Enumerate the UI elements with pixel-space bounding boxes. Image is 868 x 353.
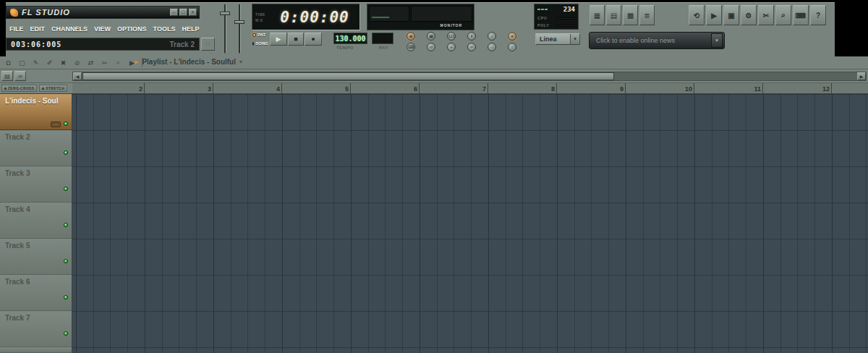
track-header-partial[interactable] [0,347,72,353]
playlist-tool-button[interactable]: ▢ [16,57,28,68]
recording-option-toggle[interactable]: ● [508,32,516,41]
track-header[interactable]: Track 5 [0,239,72,275]
window-toggle-button[interactable]: ≣ [639,5,655,25]
track-header[interactable]: Track 6 [0,275,72,311]
ruler-bar-cell[interactable]: 6 [351,83,420,93]
pat-mode-button[interactable]: PAT [252,33,268,37]
menu-item[interactable]: VIEW [94,25,111,33]
track-enable-led[interactable] [64,259,68,263]
track-header-selected[interactable]: L'indecis - Soul ⋯ [0,94,72,130]
recording-option-toggle[interactable]: 321 [447,32,456,41]
scrollbar-track[interactable] [82,72,857,80]
time-display-panel[interactable]: TIME M:S 0:00:00 [252,4,360,30]
recording-option-toggle[interactable]: ↓ [508,43,516,51]
recording-option-toggle[interactable]: ‖ [467,32,476,41]
utility-button[interactable]: ? [810,5,826,25]
track-grip-handle[interactable]: ⋯ [51,122,61,127]
window-control-button[interactable]: – [170,9,178,16]
playlist-tool-button[interactable]: ⊘ [71,57,83,68]
recording-option-toggle[interactable]: ◉ [407,32,415,41]
playlist-grid[interactable] [72,94,868,353]
snap-option-button[interactable]: STRETCH [39,85,67,92]
news-dropdown-button[interactable]: ▾ [711,33,723,48]
utility-button[interactable]: ▶ [706,5,722,25]
track-enable-led[interactable] [64,150,68,155]
hint-panel-grip[interactable]: ∷ [201,38,215,51]
snap-option-button[interactable]: ZERO-CROSS [1,85,37,92]
track-enable-led[interactable] [64,295,68,299]
utility-button[interactable]: ⚙ [741,5,757,25]
scrollbar-thumb[interactable] [82,72,614,80]
window-toggle-button[interactable]: ▦ [590,5,605,25]
recording-option-toggle[interactable]: ≈ [467,43,476,51]
recording-option-toggle[interactable]: ♪ [488,32,496,41]
record-button[interactable]: ● [305,33,322,46]
menu-item[interactable]: TOOLS [153,25,176,33]
menu-item[interactable]: CHANNELS [51,25,88,33]
playlist-tool-button[interactable]: ✐ [43,57,56,68]
playlist-tool-button[interactable]: ✖ [57,57,69,68]
master-volume-handle[interactable] [220,12,230,15]
ruler-bar-cell[interactable]: 10 [626,83,694,93]
track-header[interactable]: Track 2 [0,130,72,166]
pattern-selector-display[interactable] [372,33,393,44]
ruler-bar-cell[interactable]: 5 [282,83,351,93]
track-header[interactable]: Track 7 [0,311,72,347]
track-enable-led[interactable] [64,122,68,126]
utility-button[interactable]: ✂ [758,5,774,25]
playlist-tool-button[interactable]: Ω [2,57,14,68]
playlist-menu-button[interactable]: ▤ [1,71,13,81]
window-control-button[interactable]: □ [179,9,187,16]
master-volume-slider[interactable] [220,4,230,54]
app-titlebar[interactable]: FL STUDIO – □ × [6,6,200,19]
ruler-bar-cell[interactable]: 4 [213,83,282,93]
track-header[interactable]: Track 3 [0,166,72,203]
utility-button[interactable]: ▣ [723,5,739,25]
track-enable-led[interactable] [64,187,68,191]
ruler-bar-cell[interactable]: 9 [557,83,626,93]
playlist-tool-button[interactable]: ⇄ [85,57,97,68]
scroll-right-button[interactable]: ▶ [857,72,866,80]
playlist-tool-button[interactable]: ✎ [30,57,42,68]
utility-button[interactable]: ⟲ [689,5,705,25]
recording-option-toggle[interactable]: ⌨ [407,43,415,51]
ruler-bar-cell[interactable]: 3 [145,83,213,93]
playlist-title-bar[interactable]: ▶ Playlist - L'indecis - Soulful ▾ [135,58,242,66]
focus-mode-button[interactable]: ∞ [14,71,26,81]
playlist-tool-button[interactable]: ⌕ [112,57,124,68]
track-header[interactable]: Track 4 [0,203,72,239]
recording-option-toggle[interactable]: ∞ [427,43,435,51]
ruler-bar-cell[interactable]: 7 [420,83,488,93]
recording-option-toggle[interactable]: + [447,43,456,51]
window-toggle-button[interactable]: ▤ [606,5,621,25]
track-enable-led[interactable] [64,223,68,227]
song-mode-button[interactable]: SONG [252,41,268,46]
ruler-bar-cell[interactable]: 11 [694,83,763,93]
ruler-bar-cell[interactable]: 2 [76,83,145,93]
menu-item[interactable]: OPTIONS [117,25,147,33]
utility-button[interactable]: ⌕ [775,5,791,25]
master-pitch-slider[interactable] [234,4,244,54]
menu-item[interactable]: EDIT [30,25,46,33]
play-button[interactable]: ▶ [270,33,287,46]
playlist-tool-button[interactable]: ✂ [98,57,111,68]
track-enable-led[interactable] [64,331,68,336]
recording-option-toggle[interactable]: → [488,43,496,51]
chevron-down-icon[interactable]: ▾ [570,34,579,44]
menu-item[interactable]: HELP [182,25,199,33]
window-control-button[interactable]: × [189,9,197,16]
window-toggle-button[interactable]: ▩ [623,5,638,25]
timeline-ruler[interactable]: 2 3 4 5 6 7 8 9 10 11 12 [72,83,868,93]
online-news-bar[interactable]: Click to enable online news ▾ [589,32,725,49]
recording-filter-dropdown[interactable]: Linea ▾ [535,33,580,45]
menu-item[interactable]: FILE [9,25,24,33]
recording-option-toggle[interactable]: ▦ [427,32,435,41]
tempo-display[interactable]: 130.000 [333,33,367,44]
utility-button[interactable]: ⌨ [793,5,809,25]
horizontal-scrollbar[interactable]: ◀ ▶ [72,72,867,81]
master-pitch-handle[interactable] [234,20,244,24]
ruler-bar-cell[interactable]: 8 [488,83,557,93]
scroll-left-button[interactable]: ◀ [73,72,82,80]
ruler-bar-cell[interactable] [832,83,868,93]
playlist-menu-icon[interactable]: ▾ [239,59,242,65]
